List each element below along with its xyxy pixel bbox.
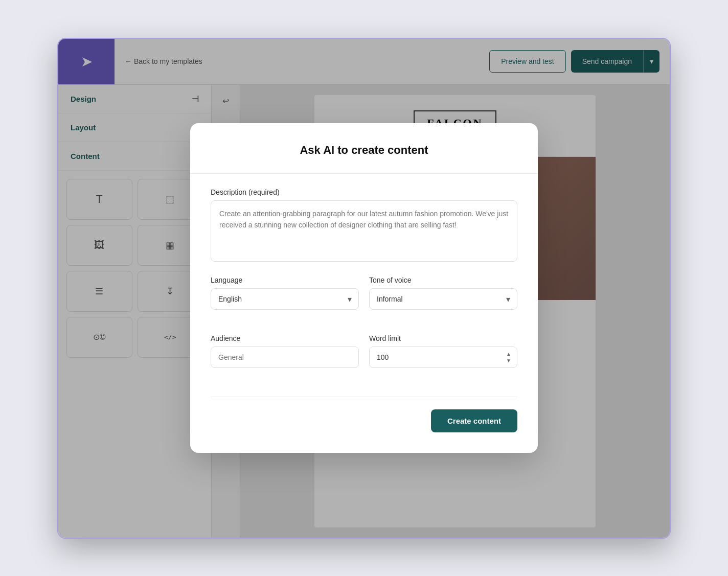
description-field-group: Description (required)	[211, 188, 517, 264]
modal-footer: Create content	[211, 397, 517, 432]
app-window: ➤ ← Back to my templates Preview and tes…	[57, 38, 671, 539]
spinner-up-icon: ▲	[506, 351, 511, 357]
language-label: Language	[211, 276, 359, 284]
description-label: Description (required)	[211, 188, 517, 196]
language-select[interactable]: English French Spanish German Italian	[211, 288, 359, 310]
tone-select[interactable]: Informal Formal Friendly Professional Hu…	[369, 288, 517, 310]
spinner-down-icon: ▼	[506, 358, 511, 363]
audience-wordlimit-row: Audience Word limit ▲ ▼	[211, 334, 517, 380]
tone-label: Tone of voice	[369, 276, 517, 284]
audience-field-group: Audience	[211, 334, 359, 368]
word-limit-field-group: Word limit ▲ ▼	[369, 334, 517, 368]
description-textarea[interactable]	[211, 200, 517, 262]
modal-title: Ask AI to create content	[211, 144, 517, 157]
ai-content-modal: Ask AI to create content Description (re…	[190, 123, 538, 453]
tone-field-group: Tone of voice Informal Formal Friendly P…	[369, 276, 517, 310]
create-content-button[interactable]: Create content	[431, 409, 517, 432]
modal-overlay: Ask AI to create content Description (re…	[58, 39, 670, 538]
tone-select-wrapper: Informal Formal Friendly Professional Hu…	[369, 288, 517, 310]
word-limit-label: Word limit	[369, 334, 517, 342]
audience-label: Audience	[211, 334, 359, 342]
language-field-group: Language English French Spanish German I…	[211, 276, 359, 310]
language-tone-row: Language English French Spanish German I…	[211, 276, 517, 322]
word-limit-spinner: ▲ ▼	[369, 347, 517, 368]
modal-divider	[190, 173, 538, 174]
audience-input[interactable]	[211, 347, 359, 368]
spinner-arrows[interactable]: ▲ ▼	[506, 351, 511, 363]
word-limit-input[interactable]	[369, 347, 517, 368]
language-select-wrapper: English French Spanish German Italian ▾	[211, 288, 359, 310]
